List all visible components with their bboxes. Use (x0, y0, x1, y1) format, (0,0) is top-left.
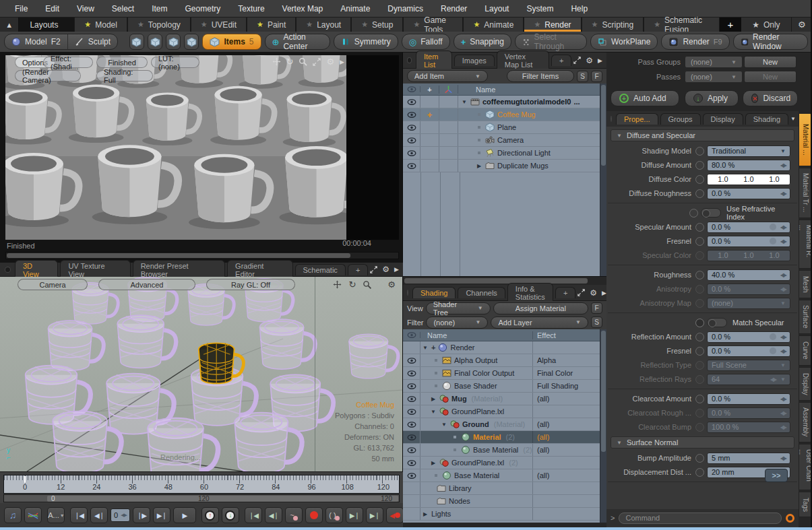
shader-row-nodes[interactable]: Nodes (403, 495, 600, 508)
shader-row-base-material[interactable]: Base Material (all) (403, 469, 600, 482)
shader-row-lights[interactable]: ▶Lights (403, 508, 600, 521)
add-tab-button[interactable]: + (348, 264, 368, 275)
tab-properties[interactable]: Prope... (616, 113, 658, 125)
visibility-eye-icon[interactable] (403, 96, 420, 108)
workplane-button[interactable]: WorkPlane (590, 34, 658, 50)
specular-amount-field[interactable]: 0.0 %◀▶ (707, 222, 790, 233)
tab-item-list[interactable]: Item List (416, 51, 452, 70)
vtab-material-r[interactable]: Material R. ... (799, 220, 812, 269)
render-camera-dropdown[interactable]: (Render Camera) (15, 70, 81, 81)
menu-file[interactable]: File (7, 4, 36, 13)
visibility-eye-icon[interactable] (403, 367, 420, 379)
vtab-material-tr[interactable]: Material Tr ... (799, 168, 812, 218)
panel-arrow-icon[interactable]: ▶ (598, 57, 602, 64)
menu-select[interactable]: Select (104, 4, 142, 13)
roughness-field[interactable]: 40.0 %◀▶ (707, 269, 790, 281)
channel-toggle[interactable] (695, 175, 704, 184)
bump-amplitude-field[interactable]: 5 mm◀▶ (707, 453, 790, 464)
visibility-eye-icon[interactable] (403, 393, 420, 405)
graph-editor-button[interactable] (24, 507, 42, 523)
mini-slider-icon[interactable]: ◀▶ (780, 334, 786, 340)
auto-add-button[interactable]: +Auto Add (611, 90, 679, 106)
shader-row-groundplane[interactable]: ▼GroundPlane.lxl (403, 405, 600, 418)
viewport-3d[interactable]: Camera Advanced Ray GL: Off ↻ ⚙ Coffee M… (0, 277, 403, 471)
menu-dynamics[interactable]: Dynamics (379, 4, 431, 13)
layout-tab-setup[interactable]: ★Setup (351, 18, 403, 32)
expander-icon[interactable]: ▶ (430, 396, 437, 402)
channel-toggle[interactable] (695, 299, 704, 308)
panel-menu-dot[interactable] (611, 116, 612, 122)
reflection-fresnel-field[interactable]: 0.0 %◀▶ (707, 345, 790, 357)
pan-icon[interactable] (272, 57, 281, 66)
panel-menu-dot[interactable] (407, 290, 408, 296)
mini-slider-icon[interactable]: ◀▶ (780, 272, 786, 278)
visibility-eye-icon[interactable] (403, 431, 420, 443)
shader-row-base-material-2[interactable]: Base Material(2) (all) (403, 444, 600, 457)
channel-toggle[interactable] (695, 285, 704, 294)
panel-arrow-icon[interactable]: ▶ (602, 290, 606, 296)
clearcoat-roughness-field[interactable]: 0.0 %◀▶ (707, 407, 790, 419)
zoom-icon[interactable] (299, 57, 307, 66)
channel-toggle[interactable] (695, 189, 704, 198)
add-layout-tab-button[interactable]: + (720, 18, 742, 32)
edges-mode-button[interactable] (148, 34, 162, 50)
shading-dropdown[interactable]: Shading: Full (96, 70, 153, 81)
render-window-button[interactable]: Render Window (733, 34, 808, 50)
mini-slider-icon[interactable]: ◀▶ (780, 162, 786, 168)
search-toggle-button[interactable]: S (591, 317, 602, 328)
action-center-button[interactable]: ⊕Action Center (265, 34, 330, 50)
advanced-shading-dropdown[interactable]: Advanced (98, 279, 195, 290)
animation-mode-button[interactable]: ♫ (4, 507, 22, 523)
menu-geometry[interactable]: Geometry (177, 4, 229, 13)
falloff-button[interactable]: ◎Falloff (402, 34, 450, 50)
vertices-mode-button[interactable] (129, 34, 144, 50)
next-frame-button[interactable]: ❘▶ (133, 507, 150, 523)
shader-row-mug-material[interactable]: ▶Mug(Material) (all) (403, 393, 600, 405)
visibility-eye-icon[interactable] (403, 380, 420, 392)
panel-menu-dot[interactable] (5, 267, 11, 273)
layout-gear-icon[interactable]: ⚙ (791, 18, 812, 32)
layout-tab-render[interactable]: ★Render (524, 18, 581, 32)
expander-icon[interactable]: ▼ (430, 409, 437, 415)
vtab-surface[interactable]: Surface (799, 300, 812, 335)
visibility-eye-icon[interactable] (403, 160, 420, 172)
add-item-button[interactable]: Add Item▼ (407, 70, 488, 82)
anisotropy-map-dropdown[interactable]: (none)▼ (707, 298, 790, 309)
mini-slider-icon[interactable]: ◀▶ (780, 238, 786, 244)
gear-icon[interactable]: ⚙ (586, 56, 593, 65)
apply-button[interactable]: ↓Apply (685, 90, 739, 106)
finished-dropdown[interactable]: Finished (96, 57, 148, 68)
shader-row-ground-material[interactable]: ▼Ground(Material) (all) (403, 418, 600, 431)
gear-icon[interactable]: ⚙ (382, 265, 389, 274)
key-down-button[interactable]: ↓ (222, 507, 239, 523)
visibility-eye-icon[interactable] (403, 134, 420, 146)
shading-model-dropdown[interactable]: Traditional▼ (707, 145, 790, 157)
assign-material-button[interactable]: Assign Material (493, 302, 588, 314)
item-list-vscrollbar[interactable] (600, 84, 606, 276)
previous-frame-button[interactable]: ◀❘ (90, 507, 108, 523)
visibility-eye-icon[interactable] (403, 469, 420, 482)
command-history-icon[interactable] (786, 514, 794, 523)
materials-mode-button[interactable] (184, 34, 199, 50)
layout-tab-scripting[interactable]: ★Scripting (582, 18, 644, 32)
menu-layout[interactable]: Layout (476, 4, 517, 13)
mini-slider-icon[interactable]: ◀▶ (780, 348, 786, 354)
mini-slider-icon[interactable]: ◀▶ (780, 224, 786, 230)
add-key-curve-button[interactable]: ~ (285, 507, 303, 523)
channel-toggle[interactable] (695, 319, 704, 327)
layout-tab-model[interactable]: ★Model (74, 18, 127, 32)
diffuse-color-field[interactable]: 1.01.01.0 (707, 174, 790, 185)
tab-display[interactable]: Display (703, 113, 743, 125)
layout-tab-animate[interactable]: ★Animate (463, 18, 524, 32)
menu-texture[interactable]: Texture (230, 4, 272, 13)
search-toggle-button[interactable]: S (577, 71, 588, 82)
reflection-amount-field[interactable]: 0.0 %◀▶ (707, 331, 790, 343)
key-brackets-button[interactable]: ( ) (325, 507, 343, 523)
filter-dropdown[interactable]: (none)▼ (426, 317, 488, 329)
section-surface-normal[interactable]: ▼Surface Normal (611, 436, 794, 449)
vtab-material[interactable]: Material ... (799, 113, 812, 166)
layout-tab-paint[interactable]: ★Paint (247, 18, 296, 32)
lut-dropdown[interactable]: LUT: (none) (151, 57, 199, 68)
panel-arrow-icon[interactable]: ▶ (340, 59, 344, 65)
menu-view[interactable]: View (69, 4, 102, 13)
